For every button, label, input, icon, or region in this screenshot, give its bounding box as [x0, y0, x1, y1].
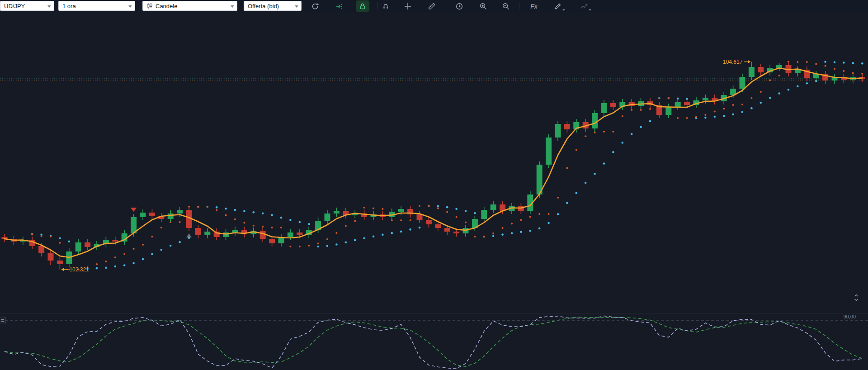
drawing-tools-button[interactable]	[551, 0, 565, 12]
zoom-in-button[interactable]	[476, 0, 490, 12]
svg-text:102.321: 102.321	[69, 266, 89, 273]
chevron-down-icon	[589, 9, 591, 11]
timeframe-select[interactable]: 1 ora	[58, 1, 135, 11]
clock-icon	[455, 2, 463, 10]
magnet-button[interactable]	[379, 0, 392, 12]
candles-icon	[146, 3, 153, 9]
price-type-select[interactable]: Offerta (bid)	[244, 1, 302, 11]
pane-resize-handle[interactable]	[852, 293, 861, 302]
pencil-icon	[554, 2, 562, 10]
toolbar-separator	[519, 2, 519, 9]
fx-icon: Fx	[530, 3, 538, 10]
chart-canvas[interactable]: 104.617102.321 90,00	[0, 12, 868, 370]
time-range-button[interactable]	[453, 0, 466, 12]
lock-icon	[359, 2, 367, 10]
indicators-button[interactable]: Fx	[527, 0, 541, 12]
lock-scale-button[interactable]	[356, 0, 369, 12]
price-type-select-value: Offerta (bid)	[248, 3, 279, 9]
chevron-down-icon	[128, 5, 132, 8]
chevron-down-icon	[47, 5, 51, 8]
symbol-select-value: UD/JPY	[4, 3, 25, 9]
zoom-out-icon	[502, 2, 510, 10]
chevron-down-icon	[562, 9, 565, 11]
refresh-icon	[311, 2, 319, 10]
toolbar-separator	[446, 2, 446, 9]
chart-toolbar: UD/JPY 1 ora Candele Offerta (bid)	[0, 0, 868, 12]
svg-text:90,00: 90,00	[843, 314, 856, 319]
trend-tools-button[interactable]	[577, 0, 591, 12]
refresh-button[interactable]	[308, 0, 322, 12]
arrow-to-line-icon	[335, 2, 343, 10]
chart-type-select[interactable]: Candele	[142, 1, 237, 11]
chevron-down-icon	[231, 5, 234, 8]
magnet-icon	[382, 2, 390, 10]
crosshair-icon	[404, 2, 412, 10]
symbol-select[interactable]: UD/JPY	[0, 1, 54, 11]
chevron-down-icon	[295, 5, 298, 8]
chart-area[interactable]: 104.617102.321 90,00	[0, 12, 868, 370]
indicator-legend-chip[interactable]	[0, 317, 6, 324]
crosshair-button[interactable]	[401, 0, 415, 12]
timeframe-select-value: 1 ora	[62, 3, 76, 9]
ruler-icon	[428, 2, 436, 10]
svg-text:104.617: 104.617	[723, 59, 743, 65]
trading-app: UD/JPY 1 ora Candele Offerta (bid)	[0, 0, 868, 370]
trend-line-icon	[580, 2, 588, 10]
goto-realtime-button[interactable]	[332, 0, 346, 12]
ruler-button[interactable]	[425, 0, 439, 12]
chart-type-select-value: Candele	[156, 3, 177, 9]
toolbar-separator	[377, 2, 378, 9]
zoom-out-button[interactable]	[499, 0, 513, 12]
zoom-in-icon	[479, 2, 487, 10]
